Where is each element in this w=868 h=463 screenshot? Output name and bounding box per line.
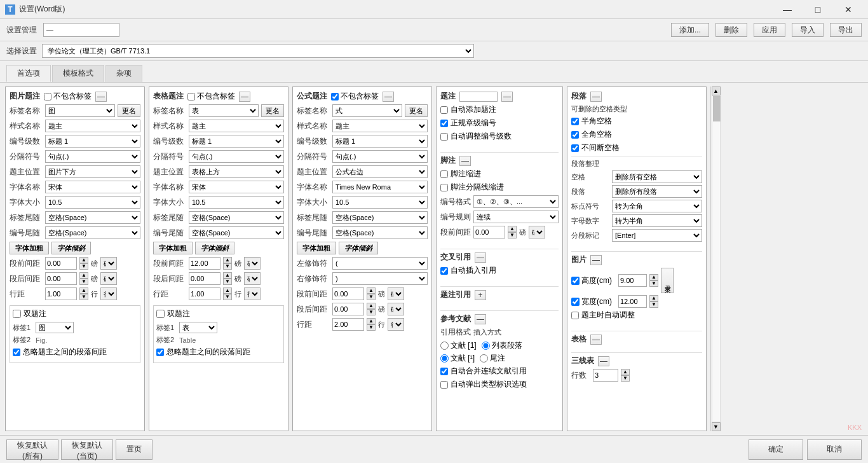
image-height-check[interactable] — [571, 277, 580, 285]
table-after-up[interactable]: ▲ — [223, 272, 232, 279]
table-line-up[interactable]: ▲ — [223, 287, 232, 294]
image-width-input[interactable] — [618, 295, 647, 308]
formula-after-up[interactable]: ▲ — [367, 303, 376, 309]
table-ignore-check[interactable] — [156, 349, 164, 356]
reset-all-btn[interactable]: 恢复默认 (所有) — [6, 439, 58, 460]
table-rename-btn[interactable]: 更名 — [261, 104, 284, 117]
formula-numtrail-select[interactable]: 空格(Space) — [332, 226, 428, 239]
formula-level-select[interactable]: 标题 1 — [332, 135, 428, 148]
pic-fontsize-select[interactable]: 10.5 — [45, 196, 140, 209]
scroll-thumb[interactable] — [713, 96, 721, 121]
pic-collapse-btn[interactable]: — — [95, 92, 107, 102]
pic-line-down[interactable]: ▼ — [79, 294, 88, 300]
threeline-rows-down[interactable]: ▼ — [621, 375, 630, 382]
pic-dual-check[interactable] — [13, 310, 21, 318]
formula-bold-btn[interactable]: 字体加粗 — [297, 242, 336, 254]
settings-name-input[interactable] — [43, 23, 119, 37]
footnote-before-unit-select[interactable]: 磅 — [529, 226, 545, 238]
ref-radio2[interactable] — [440, 354, 449, 363]
pic-pos-select[interactable]: 图片下方 — [45, 165, 140, 178]
table-dual-check[interactable] — [156, 310, 165, 318]
formula-collapse-btn[interactable]: — — [383, 92, 394, 102]
maximize-btn[interactable]: □ — [803, 0, 832, 19]
formula-before-down[interactable]: ▼ — [367, 294, 376, 300]
scrollbar-area[interactable]: ▲ ▼ — [710, 86, 721, 431]
pic-before-unit-select[interactable]: 磅 — [100, 257, 117, 270]
image-width-down[interactable]: ▼ — [649, 301, 658, 308]
table-before-unit-select[interactable]: 磅 — [244, 257, 261, 270]
close-btn[interactable]: ✕ — [834, 0, 863, 19]
add-btn[interactable]: 添加... — [671, 23, 709, 37]
crossref-collapse-btn[interactable]: — — [475, 252, 486, 263]
formula-before-up[interactable]: ▲ — [367, 287, 376, 294]
image-collapse-btn[interactable]: — — [590, 255, 602, 265]
pic-font-select[interactable]: 宋体 — [45, 181, 140, 193]
image-width-check[interactable] — [571, 298, 580, 306]
table-after-unit-select[interactable]: 磅 — [244, 272, 261, 285]
references-collapse-btn[interactable]: — — [475, 314, 486, 324]
para-para-select[interactable]: 删除所有段落 — [612, 185, 702, 198]
pic-line-unit-select[interactable]: 行 — [100, 287, 117, 300]
ref-auto-popup-check[interactable] — [440, 381, 448, 389]
table-level-select[interactable]: 标题 1 — [189, 135, 284, 148]
caption-auto-adjust-check[interactable] — [440, 133, 448, 141]
ref-radio-list[interactable] — [482, 342, 490, 350]
formula-line-input[interactable] — [332, 318, 364, 331]
threeline-rows-up[interactable]: ▲ — [621, 369, 630, 375]
ref-radio1[interactable] — [440, 342, 449, 350]
image-height-up[interactable]: ▲ — [649, 274, 658, 280]
pic-label-select[interactable]: 图 — [45, 104, 115, 117]
ref-radio-endnote[interactable] — [480, 354, 488, 363]
para-half-check[interactable] — [571, 118, 579, 125]
pic-no-label-check[interactable] — [44, 93, 51, 100]
minimize-btn[interactable]: — — [773, 0, 802, 19]
caption-normal-num-check[interactable] — [440, 120, 448, 127]
pic-level-select[interactable]: 标题 1 — [45, 135, 140, 148]
table-after-input[interactable] — [189, 272, 220, 285]
threeline-collapse-btn[interactable]: — — [598, 356, 609, 366]
pic-bold-btn[interactable]: 字体加粗 — [10, 242, 49, 254]
import-btn[interactable]: 导入 — [792, 23, 824, 37]
formula-pos-select[interactable]: 公式右边 — [332, 165, 428, 178]
footnote-numrule-select[interactable]: 连续 — [473, 211, 559, 223]
table-fontsize-select[interactable]: 10.5 — [189, 196, 284, 209]
pic-line-input[interactable] — [45, 287, 77, 300]
para-space-select[interactable]: 删除所有空格 — [612, 170, 702, 183]
caption-auto-add-check[interactable] — [440, 106, 448, 114]
table-collapse-btn[interactable]: — — [239, 92, 250, 102]
tab-template[interactable]: 模板格式 — [52, 65, 104, 82]
formula-rename-btn[interactable]: 更名 — [405, 104, 428, 117]
delete-btn[interactable]: 删除 — [715, 23, 747, 37]
formula-leftdeco-select[interactable]: ( — [332, 257, 428, 270]
tab-misc[interactable]: 杂项 — [105, 65, 142, 82]
pic-before-down[interactable]: ▼ — [79, 263, 88, 270]
formula-line-unit-select[interactable]: 行 — [388, 318, 404, 331]
pic-sep-select[interactable]: 句点(.) — [45, 150, 140, 163]
table-bold-btn[interactable]: 字体加粗 — [153, 242, 193, 254]
tab-preferences[interactable]: 首选项 — [6, 65, 51, 82]
formula-style-select[interactable]: 题主 — [332, 120, 428, 132]
caption-collapse-btn[interactable]: — — [501, 92, 513, 102]
pic-before-up[interactable]: ▲ — [79, 257, 88, 263]
footnote-before-input[interactable] — [473, 226, 505, 238]
formula-fontsize-select[interactable]: 10.5 — [332, 196, 428, 209]
scroll-up-btn[interactable]: ▲ — [712, 86, 721, 95]
crossref-auto-insert-check[interactable] — [440, 267, 448, 275]
threeline-rows-input[interactable] — [593, 369, 618, 382]
ref-auto-merge-check[interactable] — [440, 368, 448, 375]
para-full-check[interactable] — [571, 131, 579, 139]
table-line-input[interactable] — [189, 287, 220, 300]
table-before-up[interactable]: ▲ — [223, 257, 232, 263]
export-btn[interactable]: 导出 — [830, 23, 862, 37]
cancel-btn[interactable]: 取消 — [807, 439, 862, 460]
settings-select[interactable]: 学位论文（理工类）GB/T 7713.1 — [42, 44, 474, 58]
formula-after-down[interactable]: ▼ — [367, 309, 376, 315]
blank-page-btn[interactable]: 置页 — [116, 439, 153, 460]
formula-line-up[interactable]: ▲ — [367, 318, 376, 324]
pic-after-unit-select[interactable]: 磅 — [100, 272, 117, 285]
captionref-plus-btn[interactable]: + — [475, 290, 486, 300]
reset-current-btn[interactable]: 恢复默认 (当页) — [61, 439, 113, 460]
formula-before-unit-select[interactable]: 磅 — [388, 287, 404, 300]
table-line-unit-select[interactable]: 行 — [244, 287, 261, 300]
table-tag1-select[interactable]: 表 — [179, 322, 217, 333]
